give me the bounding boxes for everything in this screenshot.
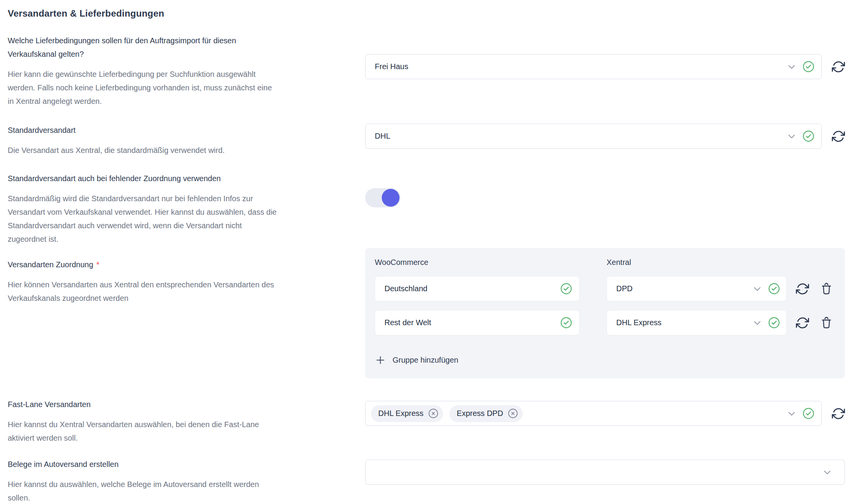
chevron-down-icon [786,408,797,419]
required-asterisk: * [96,260,99,269]
mapping-target: DHL Express [607,310,835,335]
select-trailing-icons [821,467,833,478]
default-shipping-text: Standardversandart Die Versandart aus Xe… [8,124,365,157]
mapping-target: DPD [607,276,835,301]
select-trailing-icons [786,130,814,142]
selected-tags: DHL Express Express DPD [371,405,786,422]
valid-check-icon [560,283,572,295]
valid-check-icon [560,317,572,329]
trash-icon [820,282,833,295]
shipping-settings-page: Versandarten & Lieferbedingungen Welche … [0,0,850,504]
mapping-target-select[interactable]: DHL Express [607,310,787,335]
mapping-column-headers: WooCommerce Xentral [375,257,835,267]
plus-icon [375,355,386,366]
fast-lane-multiselect[interactable]: DHL Express Express DPD [365,401,822,426]
valid-check-icon [802,61,814,73]
auto-documents-control [365,458,845,485]
refresh-button[interactable] [796,282,809,295]
valid-check-icon [768,283,780,295]
refresh-icon [796,316,809,329]
remove-tag-button[interactable] [507,408,518,419]
default-shipping-value: DHL [375,132,786,141]
mapping-target-value: DHL Express [616,318,751,327]
refresh-button[interactable] [796,316,809,329]
auto-documents-select[interactable] [365,460,845,485]
page-title: Versandarten & Lieferbedingungen [8,8,850,19]
tag-chip: DHL Express [371,405,443,422]
refresh-button[interactable] [832,60,845,73]
remove-circle-icon [428,408,439,419]
valid-check-icon [802,407,814,419]
select-trailing-icons [751,283,780,295]
delete-row-button[interactable] [820,316,833,329]
select-trailing-icons [786,407,814,419]
mapping-source-value: Deutschland [384,284,560,293]
add-group-label: Gruppe hinzufügen [393,356,458,365]
refresh-icon [832,130,845,143]
fast-lane-label: Fast-Lane Versandarten [8,398,342,411]
refresh-icon [832,60,845,73]
mapping-source-field[interactable]: Deutschland [375,276,580,301]
column-header-xentral: Xentral [607,257,835,267]
column-header-woocommerce: WooCommerce [375,257,580,267]
mapping-source-value: Rest der Welt [384,318,560,327]
delivery-terms-select[interactable]: Frei Haus [365,54,822,79]
valid-check-icon [802,130,814,142]
auto-documents-group: Belege im Autoversand erstellen Hier kan… [8,458,850,504]
delivery-terms-description: Hier kann die gewünschte Lieferbedingung… [8,68,342,108]
toggle-knob [382,189,400,207]
fast-lane-group: Fast-Lane Versandarten Hier kannst du Xe… [8,398,850,445]
chevron-down-icon [751,283,763,295]
delivery-terms-label: Welche Lieferbedingungen sollen für den … [8,34,342,61]
chevron-down-icon [751,317,763,329]
auto-documents-label: Belege im Autoversand erstellen [8,458,342,471]
delivery-terms-text: Welche Lieferbedingungen sollen für den … [8,34,365,108]
fallback-toggle-control [365,172,845,207]
mapping-target-value: DPD [616,284,751,293]
shipping-mapping-label-text: Versandarten Zuordnung [8,260,93,269]
refresh-button[interactable] [832,130,845,143]
fast-lane-description: Hier kannst du Xentral Versandarten ausw… [8,418,342,445]
fallback-toggle-label: Standardversandart auch bei fehlender Zu… [8,172,342,185]
trash-icon [820,316,833,329]
shipping-mapping-panel: WooCommerce Xentral Deutschland DPD [365,248,845,378]
add-group-button[interactable]: Gruppe hinzufügen [375,355,458,366]
chevron-down-icon [786,61,797,73]
fallback-toggle-group: Standardversandart auch bei fehlender Zu… [8,172,850,246]
tag-label: DHL Express [378,409,423,418]
mapping-row: Deutschland DPD [375,276,835,301]
shipping-mapping-control: WooCommerce Xentral Deutschland DPD [365,248,845,378]
mapping-source-field[interactable]: Rest der Welt [375,310,580,335]
tag-chip: Express DPD [449,405,523,422]
auto-documents-description: Hier kannst du auswählen, welche Belege … [8,478,342,504]
refresh-icon [832,407,845,420]
fast-lane-text: Fast-Lane Versandarten Hier kannst du Xe… [8,398,365,445]
mapping-row: Rest der Welt DHL Express [375,310,835,335]
auto-documents-text: Belege im Autoversand erstellen Hier kan… [8,458,365,504]
default-shipping-select[interactable]: DHL [365,124,822,149]
fast-lane-control: DHL Express Express DPD [365,398,845,426]
shipping-mapping-description: Hier können Versandarten aus Xentral den… [8,278,342,305]
delivery-terms-control: Frei Haus [365,34,845,79]
delivery-terms-value: Frei Haus [375,62,786,71]
delete-row-button[interactable] [820,282,833,295]
refresh-button[interactable] [832,407,845,420]
remove-circle-icon [507,408,518,419]
default-shipping-label: Standardversandart [8,124,342,137]
remove-tag-button[interactable] [428,408,439,419]
refresh-icon [796,282,809,295]
select-trailing-icons [786,61,814,73]
tag-label: Express DPD [457,409,503,418]
mapping-target-select[interactable]: DPD [607,276,787,301]
delivery-terms-group: Welche Lieferbedingungen sollen für den … [8,34,850,108]
fallback-toggle-switch[interactable] [365,188,401,207]
chevron-down-icon [786,131,797,142]
chevron-down-icon [821,467,833,478]
shipping-mapping-group: Versandarten Zuordnung* Hier können Vers… [8,248,850,378]
shipping-mapping-text: Versandarten Zuordnung* Hier können Vers… [8,248,365,305]
default-shipping-control: DHL [365,124,845,149]
select-trailing-icons [751,317,780,329]
valid-check-icon [768,317,780,329]
fallback-toggle-description: Standardmäßig wird die Standardversandar… [8,192,342,246]
default-shipping-description: Die Versandart aus Xentral, die standard… [8,144,342,157]
